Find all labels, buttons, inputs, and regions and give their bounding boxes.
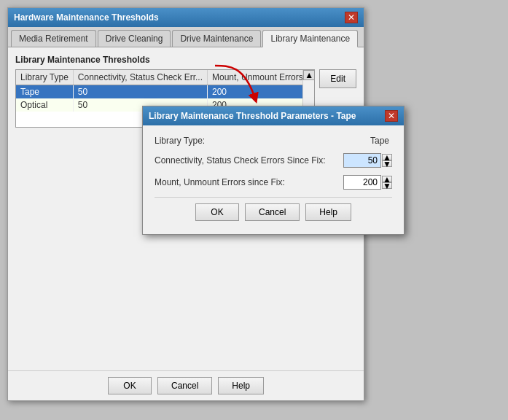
connectivity-label: Connectivity, Status Check Errors Since …	[155, 155, 343, 166]
dialog-connectivity-row: Connectivity, Status Check Errors Since …	[155, 153, 392, 168]
spin-down-icon: ▼	[383, 160, 391, 168]
tab-media-retirement[interactable]: Media Retirement	[11, 30, 96, 47]
main-close-button[interactable]: ✕	[345, 12, 358, 23]
spin-down-icon: ▼	[383, 182, 391, 190]
arrow-up-icon: ▲	[305, 70, 313, 80]
mount-input[interactable]	[343, 175, 381, 190]
title-bar: Hardware Maintenance Thresholds ✕	[8, 8, 364, 27]
connectivity-spin-down[interactable]: ▼	[382, 160, 392, 167]
main-ok-button[interactable]: OK	[108, 377, 152, 394]
tab-bar: Media Retirement Drive Cleaning Drive Ma…	[8, 27, 364, 47]
section-title: Library Maintenance Thresholds	[15, 55, 356, 65]
dialog-buttons: OK Cancel Help	[155, 197, 392, 224]
dialog-title: Library Maintenance Threshold Parameters…	[149, 111, 356, 121]
dialog-cancel-button[interactable]: Cancel	[245, 203, 300, 221]
dialog-close-button[interactable]: ✕	[385, 110, 398, 122]
dialog-content: Library Type: Tape Connectivity, Status …	[143, 125, 404, 234]
cell-mount: 200	[208, 85, 303, 99]
library-type-value: Tape	[360, 136, 389, 146]
main-bottom-buttons: OK Cancel Help	[8, 370, 364, 400]
col-library-type: Library Type	[16, 70, 73, 85]
cell-library-type: Tape	[16, 85, 73, 99]
main-window-title: Hardware Maintenance Thresholds	[14, 12, 159, 23]
dialog-ok-button[interactable]: OK	[195, 203, 239, 221]
mount-label: Mount, Unmount Errors since Fix:	[155, 177, 343, 187]
mount-spin-down[interactable]: ▼	[382, 182, 392, 189]
close-icon: ✕	[348, 12, 355, 23]
dialog-mount-row: Mount, Unmount Errors since Fix: ▲ ▼	[155, 175, 392, 190]
connectivity-input-group: ▲ ▼	[343, 153, 392, 168]
col-mount: Mount, Unmount Errors since Fix	[208, 70, 303, 85]
dialog-library-type-row: Library Type: Tape	[155, 136, 392, 146]
mount-spinner: ▲ ▼	[382, 176, 392, 189]
mount-input-group: ▲ ▼	[343, 175, 392, 190]
cell-connectivity: 50	[73, 85, 207, 99]
cell-library-type: Optical	[16, 98, 73, 112]
col-connectivity: Connectivity, Status Check Err...	[73, 70, 207, 85]
main-cancel-button[interactable]: Cancel	[157, 377, 212, 394]
library-type-label: Library Type:	[155, 136, 360, 146]
tab-library-maintenance[interactable]: Library Maintenance	[262, 30, 358, 47]
dialog-window: Library Maintenance Threshold Parameters…	[142, 106, 405, 235]
dialog-help-button[interactable]: Help	[305, 203, 351, 221]
tab-drive-cleaning[interactable]: Drive Cleaning	[98, 30, 171, 47]
main-help-button[interactable]: Help	[218, 377, 264, 394]
dialog-title-bar: Library Maintenance Threshold Parameters…	[143, 106, 404, 125]
scroll-up-button[interactable]: ▲	[303, 70, 315, 80]
connectivity-spinner: ▲ ▼	[382, 154, 392, 167]
tab-drive-maintenance[interactable]: Drive Maintenance	[172, 30, 261, 47]
edit-button[interactable]: Edit	[319, 69, 356, 88]
connectivity-input[interactable]	[343, 153, 381, 168]
table-row[interactable]: Tape 50 200	[16, 85, 302, 99]
dialog-close-icon: ✕	[388, 111, 395, 121]
